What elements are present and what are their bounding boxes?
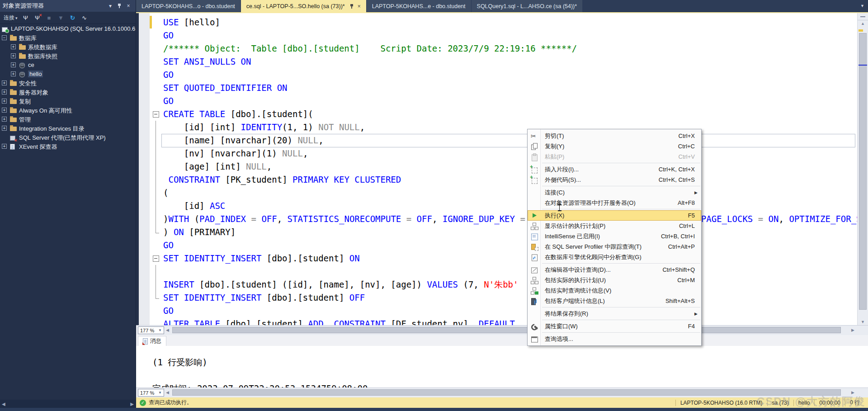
tab-close-icon[interactable]: × <box>358 3 361 9</box>
menu-item-shortcut: Ctrl+Alt+P <box>657 243 695 250</box>
menu-item-label: 执行(X) <box>545 212 564 220</box>
menu-item-cut[interactable]: 剪切(T)Ctrl+X <box>528 131 701 141</box>
folder-icon <box>10 90 17 95</box>
menu-item-open-server-in-object-explorer[interactable]: 在对象资源管理器中打开服务器(O)Alt+F8 <box>528 198 701 208</box>
object-explorer-panel: 对象资源管理器 ▾ × 连接▾ ΨΨ■▼↻∿ LAPTOP-5KOHAHSO (… <box>0 0 136 408</box>
sidebar-item-databases-folder[interactable]: −数据库 <box>0 33 136 43</box>
disconnect-icon[interactable]: Ψ <box>34 14 41 21</box>
menu-item-execute[interactable]: 执行(X)F5 <box>528 210 701 221</box>
scroll-right-icon[interactable]: ▶ <box>130 402 134 406</box>
expand-icon[interactable]: + <box>2 117 7 122</box>
sidebar-item-always-on-folder[interactable]: +Always On 高可用性 <box>0 106 136 115</box>
splitter-grip-icon[interactable] <box>858 13 868 20</box>
vertical-scroll-thumb[interactable] <box>859 33 867 310</box>
sidebar-item-system-databases-folder[interactable]: +系统数据库 <box>0 43 136 52</box>
sidebar-item-database-snapshots-folder[interactable]: +数据库快照 <box>0 52 136 61</box>
menu-item-intellisense-enabled[interactable]: IntelliSense 已启用(I)Ctrl+B, Ctrl+I <box>528 231 701 241</box>
sql-editor[interactable]: USE [hello]GO/****** Object: Table [dbo]… <box>136 13 868 325</box>
scroll-left-icon[interactable]: ◀ <box>166 328 169 332</box>
horizontal-scroll-thumb[interactable] <box>172 327 841 333</box>
tab-label: SQLQuery1.sql - L...AHSO.ce (sa (54))* <box>477 3 577 9</box>
editor-horizontal-scrollbar[interactable]: 177 % ▼ ◀ ▶ <box>136 325 868 335</box>
code-line: GO <box>152 68 857 81</box>
folder-icon <box>10 126 17 132</box>
editor-zoom-combo[interactable]: 177 % ▼ <box>138 326 164 334</box>
sidebar-item-database-hello[interactable]: +hello <box>0 70 136 79</box>
horizontal-scroll-thumb[interactable] <box>172 389 841 396</box>
expand-icon[interactable]: + <box>2 90 7 94</box>
expand-icon[interactable]: + <box>11 53 16 58</box>
menu-item-include-live-query-statistics[interactable]: 包括实时查询统计信息(V) <box>528 285 701 296</box>
sidebar-item-integration-services-folder[interactable]: +Integration Services 目录 <box>0 124 136 133</box>
zoom-dropdown-icon[interactable]: ▼ <box>158 391 162 395</box>
scroll-left-icon[interactable]: ◀ <box>166 390 169 395</box>
fold-toggle-icon[interactable] <box>152 108 161 121</box>
editor-vertical-scrollbar[interactable]: ▲ ▼ <box>857 13 868 325</box>
sidebar-item-management-folder[interactable]: +管理 <box>0 115 136 124</box>
sidebar-item-xevent-profiler[interactable]: +XEvent 探查器 <box>0 142 136 151</box>
zoom-dropdown-icon[interactable]: ▼ <box>158 328 162 332</box>
activity-monitor-icon[interactable]: ∿ <box>81 14 88 21</box>
connect-dropdown[interactable]: 连接▾ <box>4 14 18 22</box>
menu-item-copy[interactable]: 复制(Y)Ctrl+C <box>528 141 701 151</box>
tab-table-designer-2[interactable]: LAPTOP-5KOHAHS...e - dbo.student <box>367 0 471 12</box>
messages-zoom-combo[interactable]: 177 % ▼ <box>138 389 164 397</box>
connect-icon[interactable]: Ψ <box>22 14 29 21</box>
expand-icon[interactable]: + <box>11 44 16 49</box>
expand-icon[interactable]: + <box>2 126 7 131</box>
expand-icon[interactable]: + <box>11 71 16 76</box>
tab-sqlquery1[interactable]: SQLQuery1.sql - L...AHSO.ce (sa (54))* <box>472 0 583 12</box>
menu-item-include-actual-execution-plan[interactable]: 包括实际的执行计划(U)Ctrl+M <box>528 275 701 285</box>
expand-icon[interactable]: + <box>2 99 7 104</box>
menu-item-properties-window[interactable]: 属性窗口(W)F4 <box>528 321 701 331</box>
sidebar-item-server-objects-folder[interactable]: +服务器对象 <box>0 88 136 97</box>
sidebar-item-database-ce[interactable]: +ce <box>0 61 136 70</box>
menu-item-display-estimated-execution-plan[interactable]: 显示估计的执行计划(P)Ctrl+L <box>528 221 701 231</box>
refresh-icon[interactable]: ↻ <box>69 14 76 21</box>
menu-item-connection[interactable]: 连接(C)▶ <box>528 187 701 198</box>
scroll-down-icon[interactable]: ▼ <box>858 320 868 324</box>
code-area[interactable]: USE [hello]GO/****** Object: Table [dbo]… <box>152 16 857 325</box>
menu-item-trace-query-in-sql-server-profiler[interactable]: 在 SQL Server Profiler 中跟踪查询(T)Ctrl+Alt+P <box>528 241 701 252</box>
menu-item-include-client-statistics[interactable]: 包括客户端统计信息(L)Shift+Alt+S <box>528 296 701 306</box>
tab-pin-icon[interactable] <box>349 4 354 9</box>
menu-item-save-results-to[interactable]: 将结果保存到(R)▶ <box>528 308 701 319</box>
scroll-left-icon[interactable]: ◀ <box>2 402 5 406</box>
filter-icon[interactable]: ▼ <box>57 14 65 21</box>
tab-messages[interactable]: 消息 <box>138 336 166 346</box>
sidebar-item-security-folder[interactable]: +安全性 <box>0 79 136 88</box>
stop-icon[interactable]: ■ <box>46 14 53 21</box>
snippet-icon <box>530 165 538 173</box>
scroll-up-icon[interactable]: ▲ <box>858 21 868 26</box>
window-position-icon[interactable]: ▾ <box>106 1 115 10</box>
menu-item-design-query-in-editor[interactable]: 在编辑器中设计查询(D)...Ctrl+Shift+Q <box>528 265 701 275</box>
menu-item-insert-snippet[interactable]: 插入片段(I)...Ctrl+K, Ctrl+X <box>528 164 701 175</box>
menu-item-shortcut: Ctrl+B, Ctrl+I <box>650 233 695 240</box>
execute-icon <box>530 212 538 219</box>
editor-gutter <box>139 13 150 325</box>
code-line: GO <box>152 304 857 317</box>
tab-list-dropdown-icon[interactable]: ▼ <box>860 4 864 8</box>
fold-guide <box>152 42 161 55</box>
tab-ce-sql[interactable]: ce.sql - LAPTOP-5...SO.hello (sa (73))*× <box>241 0 366 12</box>
auto-hide-pin-icon[interactable] <box>115 1 124 10</box>
tree-item-label: 数据库 <box>19 34 37 43</box>
menu-item-label: 粘贴(P) <box>545 153 564 161</box>
menu-item-surround-with[interactable]: 外侧代码(S)...Ctrl+K, Ctrl+S <box>528 175 701 185</box>
expand-icon[interactable]: + <box>2 108 7 113</box>
scroll-right-icon[interactable]: ▶ <box>851 328 854 332</box>
tab-table-designer-1[interactable]: LAPTOP-5KOHAHS...o - dbo.student <box>136 0 241 12</box>
sidebar-item-replication-folder[interactable]: +复制 <box>0 97 136 106</box>
collapse-icon[interactable]: − <box>2 35 7 40</box>
menu-item-paste[interactable]: 粘贴(P)Ctrl+V <box>528 151 701 162</box>
expand-icon[interactable]: + <box>2 80 7 85</box>
sidebar-horizontal-scrollbar[interactable]: ◀ ▶ <box>0 400 136 408</box>
menu-item-analyze-query-in-dta[interactable]: 在数据库引擎优化顾问中分析查询(G) <box>528 252 701 262</box>
expand-icon[interactable]: + <box>2 144 7 149</box>
fold-toggle-icon[interactable] <box>152 252 161 265</box>
sidebar-item-sql-server-agent[interactable]: SQL Server 代理(已禁用代理 XP) <box>0 133 136 142</box>
menu-item-query-options[interactable]: 查询选项... <box>528 334 701 344</box>
expand-icon[interactable]: + <box>11 62 16 67</box>
close-panel-icon[interactable]: × <box>124 1 133 10</box>
sidebar-item-server-node[interactable]: LAPTOP-5KOHAHSO (SQL Server 16.0.1000.6 … <box>0 24 136 33</box>
